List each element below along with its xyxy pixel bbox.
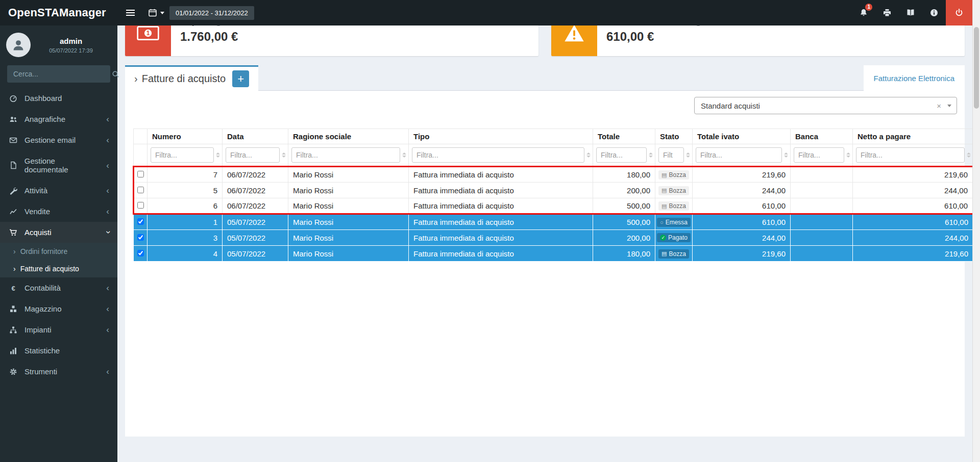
filter-data-input[interactable] bbox=[226, 147, 280, 163]
daterange-picker-button[interactable] bbox=[143, 0, 169, 25]
sidebar-item-anagrafiche[interactable]: Anagrafiche bbox=[0, 109, 117, 130]
filter-netto-a-pagare-input[interactable] bbox=[856, 147, 965, 163]
search-button[interactable] bbox=[112, 65, 119, 83]
cell-ragione-sociale: Mario Rossi bbox=[288, 198, 409, 214]
cell-data: 05/07/2022 bbox=[223, 230, 288, 246]
column-header-totale[interactable]: Totale bbox=[593, 129, 655, 144]
svg-text:€: € bbox=[11, 284, 15, 292]
invoice-row[interactable]: 4 05/07/2022 Mario Rossi Fattura immedia… bbox=[134, 246, 973, 262]
sort-icon[interactable] bbox=[282, 152, 286, 158]
add-invoice-button[interactable]: + bbox=[232, 70, 249, 87]
column-header-totale-ivato[interactable]: Totale ivato bbox=[693, 129, 791, 144]
sidebar-item-vendite[interactable]: Vendite bbox=[0, 201, 117, 222]
cell-ragione-sociale: Mario Rossi bbox=[288, 230, 409, 246]
row-checkbox[interactable] bbox=[137, 187, 144, 193]
invoice-row[interactable]: 3 05/07/2022 Mario Rossi Fattura immedia… bbox=[134, 230, 973, 246]
sort-icon[interactable] bbox=[586, 152, 591, 158]
sidebar-item-acquisti[interactable]: Acquisti bbox=[0, 222, 117, 243]
gear-icon bbox=[8, 368, 18, 376]
row-checkbox[interactable] bbox=[137, 250, 144, 256]
column-header-netto-a-pagare[interactable]: Netto a pagare bbox=[853, 129, 973, 144]
cell-ragione-sociale: Mario Rossi bbox=[288, 183, 409, 198]
column-header-banca[interactable]: Banca bbox=[791, 129, 853, 144]
row-checkbox[interactable] bbox=[137, 171, 144, 177]
shopping-cart-icon bbox=[8, 228, 18, 237]
sidebar-item-magazzino[interactable]: Magazzino bbox=[0, 298, 117, 319]
column-header-ragione-sociale[interactable]: Ragione sociale bbox=[288, 129, 409, 144]
filter-totale-input[interactable] bbox=[596, 147, 647, 163]
filter-stato-input[interactable] bbox=[658, 147, 684, 163]
dashboard-icon bbox=[8, 94, 18, 102]
sort-icon[interactable] bbox=[402, 152, 406, 158]
status-label: Pagato bbox=[668, 234, 688, 241]
row-checkbox[interactable] bbox=[137, 234, 144, 241]
cell-banca bbox=[791, 198, 853, 214]
filter-numero-input[interactable] bbox=[151, 147, 214, 163]
sort-icon[interactable] bbox=[216, 152, 220, 158]
sort-icon[interactable] bbox=[846, 152, 850, 158]
sort-icon[interactable] bbox=[967, 152, 971, 158]
row-checkbox[interactable] bbox=[137, 218, 144, 225]
sidebar-item-strumenti[interactable]: Strumenti bbox=[0, 361, 117, 382]
invoice-row[interactable]: 6 06/07/2022 Mario Rossi Fattura immedia… bbox=[134, 198, 973, 214]
records-panel: Standard acquisti Numero Data Ragione so… bbox=[125, 91, 965, 437]
page-scrollbar-thumb[interactable] bbox=[974, 27, 979, 109]
sort-icon[interactable] bbox=[649, 152, 653, 158]
printer-icon bbox=[883, 8, 892, 17]
invoice-row[interactable]: 7 06/07/2022 Mario Rossi Fattura immedia… bbox=[134, 167, 973, 183]
sidebar-item-fatture-di-acquisto[interactable]: Fatture di acquisto bbox=[0, 260, 117, 277]
filter-ragione-sociale-input[interactable] bbox=[291, 147, 400, 163]
invoice-row[interactable]: 5 06/07/2022 Mario Rossi Fattura immedia… bbox=[134, 183, 973, 198]
info-button[interactable] bbox=[922, 0, 946, 25]
row-checkbox[interactable] bbox=[137, 202, 144, 209]
cell-numero: 1 bbox=[148, 214, 223, 230]
print-button[interactable] bbox=[875, 0, 899, 25]
sort-icon[interactable] bbox=[686, 152, 690, 158]
sidebar-item-ordini-fornitore[interactable]: Ordini fornitore bbox=[0, 243, 117, 260]
manual-button[interactable] bbox=[899, 0, 922, 25]
hamburger-icon bbox=[126, 10, 135, 11]
column-header-stato[interactable]: Stato bbox=[655, 129, 693, 144]
invoice-row[interactable]: 1 05/07/2022 Mario Rossi Fattura immedia… bbox=[134, 214, 973, 230]
sidebar-item-gestione-email[interactable]: Gestione email bbox=[0, 130, 117, 150]
sidebar-toggle-button[interactable] bbox=[117, 0, 143, 25]
sort-icon[interactable] bbox=[784, 152, 788, 158]
chevron-right-icon bbox=[134, 73, 138, 85]
column-header-data[interactable]: Data bbox=[223, 129, 288, 144]
sidebar-item-gestione-documentale[interactable]: Gestione documentale bbox=[0, 150, 117, 180]
sidebar-item-statistiche[interactable]: Statistiche bbox=[0, 340, 117, 361]
cell-banca bbox=[791, 183, 853, 198]
sidebar-item-contabilita[interactable]: € Contabilità bbox=[0, 277, 117, 298]
logout-button[interactable] bbox=[946, 0, 972, 25]
notifications-button[interactable]: 1 bbox=[852, 0, 875, 25]
filter-tipo-input[interactable] bbox=[412, 147, 584, 163]
header-checkbox-column bbox=[134, 129, 148, 144]
cell-totale-ivato: 610,00 bbox=[693, 198, 791, 214]
module-filter-select[interactable]: Standard acquisti bbox=[694, 97, 957, 114]
column-header-tipo[interactable]: Tipo bbox=[409, 129, 593, 144]
cell-stato: Bozza bbox=[655, 246, 693, 262]
sidebar-menu: Dashboard Anagrafiche Gestione email Ges… bbox=[0, 88, 117, 382]
table-filter-row bbox=[134, 144, 973, 167]
tab-fatture-di-acquisto[interactable]: Fatture di acquisto + bbox=[125, 65, 258, 91]
chevron-left-icon bbox=[106, 284, 109, 292]
page-title-text: Fatture di acquisto bbox=[142, 73, 226, 85]
info-icon bbox=[929, 8, 939, 17]
electronic-invoicing-link[interactable]: Fatturazione Elettronica bbox=[874, 74, 954, 83]
users-icon bbox=[8, 115, 18, 123]
clear-selection-icon[interactable] bbox=[937, 101, 941, 110]
sidebar-item-attivita[interactable]: Attività bbox=[0, 180, 117, 201]
page-scrollbar-track[interactable] bbox=[972, 0, 980, 462]
sidebar-item-impianti[interactable]: Impianti bbox=[0, 319, 117, 340]
column-header-numero[interactable]: Numero bbox=[148, 129, 223, 144]
sidebar-item-dashboard[interactable]: Dashboard bbox=[0, 88, 117, 109]
filter-totale-ivato-input[interactable] bbox=[696, 147, 782, 163]
search-input[interactable] bbox=[7, 65, 112, 83]
chevron-left-icon bbox=[106, 115, 109, 123]
filter-banca-input[interactable] bbox=[794, 147, 844, 163]
daterange-value[interactable]: 01/01/2022 - 31/12/2022 bbox=[169, 6, 254, 20]
chevron-down-icon bbox=[104, 231, 112, 234]
sidebar-subitem-label: Ordini fornitore bbox=[20, 247, 68, 255]
cell-ragione-sociale: Mario Rossi bbox=[288, 167, 409, 183]
app-logo[interactable]: OpenSTAManager bbox=[0, 0, 117, 25]
